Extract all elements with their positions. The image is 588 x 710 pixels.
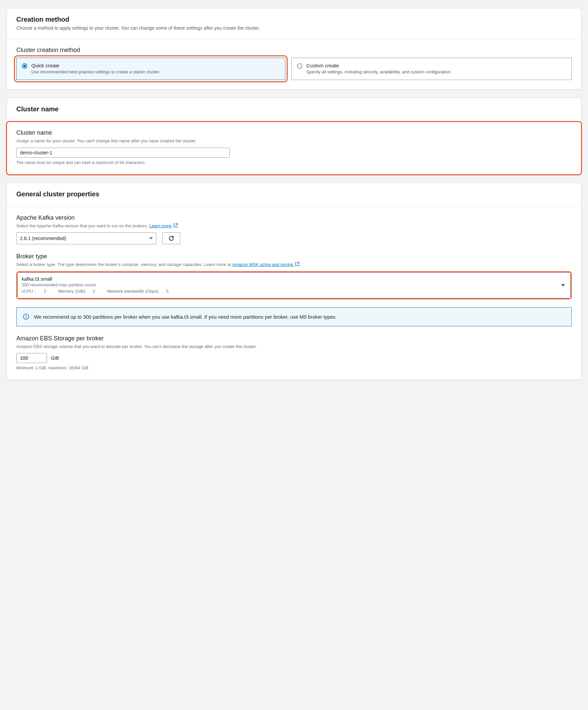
ebs-storage-unit: GiB [51, 355, 59, 361]
kafka-version-desc: Select the Apache Kafka version that you… [16, 223, 572, 229]
cluster-name-input[interactable] [16, 148, 230, 158]
broker-type-pricing-link[interactable]: Amazon MSK sizing and pricing [232, 262, 300, 267]
ebs-storage-row: GiB [16, 353, 572, 363]
highlight-broker-type: kafka.t3.small 300 recommended max parti… [16, 271, 572, 299]
ebs-storage-label: Amazon EBS Storage per broker [16, 335, 572, 342]
custom-create-desc: Specify all settings, including security… [306, 69, 452, 75]
kafka-version-label: Apache Kafka version [16, 214, 572, 221]
cluster-name-panel: Cluster name Cluster name Assign a name … [7, 98, 581, 175]
general-properties-body: Apache Kafka version Select the Apache K… [7, 207, 581, 380]
cluster-name-body: Cluster name Assign a name for your clus… [7, 122, 581, 174]
general-properties-header: General cluster properties [7, 183, 581, 207]
ebs-storage-hint: Minimum: 1 GiB, maximum: 16384 GiB [16, 366, 572, 370]
creation-method-options: Quick create Use recommended best-practi… [16, 58, 572, 80]
chevron-down-icon [561, 284, 565, 286]
cluster-name-field-desc: Assign a name for your cluster. You can'… [16, 138, 572, 144]
highlight-quick-create: Quick create Use recommended best-practi… [14, 55, 288, 82]
chevron-down-icon [149, 237, 153, 239]
ebs-storage-desc: Amazon EBS storage volume that you want … [16, 343, 572, 350]
ebs-storage-input[interactable] [16, 353, 47, 363]
external-link-icon [173, 223, 178, 228]
general-properties-panel: General cluster properties Apache Kafka … [7, 183, 581, 380]
broker-type-partition-line: 300 recommended max partition count [22, 282, 558, 288]
kafka-version-selected: 2.8.1 (recommended) [20, 236, 66, 241]
broker-type-specs: vCPU： 2 Memory (GiB): 2 Network bandwidt… [22, 288, 558, 295]
quick-create-title: Quick create [31, 63, 160, 68]
custom-create-option[interactable]: Custom create Specify all settings, incl… [291, 58, 572, 80]
refresh-button[interactable] [162, 232, 180, 244]
broker-type-selected: kafka.t3.small [22, 276, 558, 282]
cluster-name-hint: The name must be unique and can have a m… [16, 160, 572, 165]
creation-method-subtitle: Choose a method to apply settings to you… [16, 25, 572, 32]
broker-type-select[interactable]: kafka.t3.small 300 recommended max parti… [17, 272, 571, 298]
external-link-icon [295, 262, 300, 266]
radio-icon [297, 63, 302, 69]
kafka-version-learn-more-link[interactable]: Learn more [149, 223, 178, 228]
general-properties-title: General cluster properties [16, 190, 572, 198]
refresh-icon [168, 235, 174, 241]
info-icon [23, 313, 29, 320]
cluster-name-field-label: Cluster name [16, 129, 572, 136]
broker-type-label: Broker type [16, 253, 572, 260]
quick-create-desc: Use recommended best-practice settings t… [31, 69, 160, 75]
creation-method-panel: Creation method Choose a method to apply… [7, 8, 581, 90]
custom-create-title: Custom create [306, 63, 452, 68]
highlight-cluster-name: Cluster name Assign a name for your clus… [6, 121, 582, 175]
quick-create-option[interactable]: Quick create Use recommended best-practi… [16, 58, 285, 80]
kafka-version-select[interactable]: 2.8.1 (recommended) [16, 232, 156, 244]
creation-method-body: Cluster creation method Quick create Use… [7, 39, 581, 89]
radio-icon [22, 63, 27, 69]
broker-type-info-text: We recommend up to 300 partitions per br… [34, 313, 337, 321]
cluster-name-header: Cluster name [7, 98, 581, 122]
creation-method-header: Creation method Choose a method to apply… [7, 8, 581, 39]
broker-type-desc: Select a broker type. The type determine… [16, 261, 572, 268]
cluster-name-panel-title: Cluster name [16, 105, 572, 113]
broker-type-info-alert: We recommend up to 300 partitions per br… [16, 307, 572, 326]
creation-method-title: Creation method [16, 16, 572, 23]
svg-point-2 [26, 315, 26, 315]
cluster-creation-method-label: Cluster creation method [16, 47, 572, 54]
kafka-version-row: 2.8.1 (recommended) [16, 232, 572, 244]
